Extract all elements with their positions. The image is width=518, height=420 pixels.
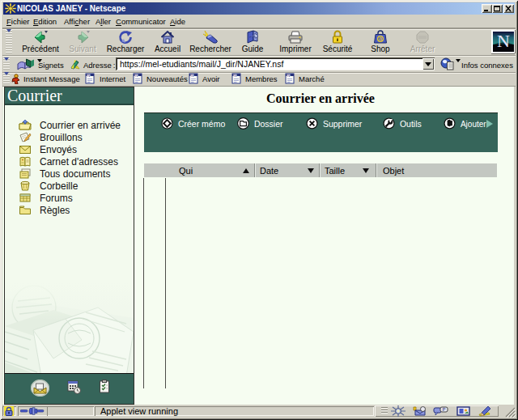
svg-text:N: N [234,74,236,78]
svg-text:N: N [497,31,510,51]
svg-text:P: P [442,407,445,412]
svg-text:N: N [87,74,90,78]
svg-text:N: N [135,74,138,78]
svg-text:N: N [191,74,193,78]
svg-text:a: a [379,36,382,41]
svg-text:N: N [287,74,290,78]
